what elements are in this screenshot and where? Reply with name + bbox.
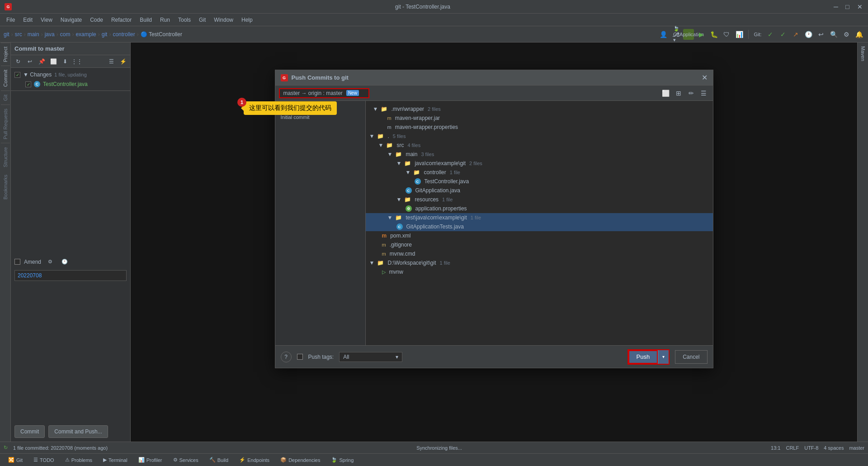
status-branch[interactable]: master [849,445,864,451]
commit-message-input[interactable] [14,270,127,281]
changes-header[interactable]: ✓ ▼ Changes 1 file, updating [11,70,130,80]
commit-download-icon[interactable]: ⬇ [60,56,71,67]
commit-filter-icon[interactable]: ☰ [106,56,117,67]
tree-item-gitignore[interactable]: m .gitignore [366,240,713,249]
breadcrumb-com[interactable]: com [60,31,71,38]
changes-checkbox[interactable]: ✓ [14,72,20,78]
commit-and-push-button[interactable]: Commit and Push... [48,425,108,438]
toolbar-update-icon[interactable]: ✓ [765,29,776,40]
menu-help[interactable]: Help [238,16,256,24]
breadcrumb-git[interactable]: git [4,31,9,38]
push-button[interactable]: Push [628,350,658,364]
status-line-col[interactable]: 13:1 [771,445,780,451]
amend-checkbox[interactable] [14,259,20,265]
dialog-grid-icon[interactable]: ⊞ [673,88,684,99]
commit-pin-icon[interactable]: 📌 [36,56,47,67]
commit-settings-icon[interactable]: ⚡ [118,56,128,67]
tree-item-javapkg[interactable]: ▼ 📁 java\com\example\git 2 files [366,159,713,168]
dialog-close-button[interactable]: ✕ [702,73,708,82]
menu-run[interactable]: Run [156,16,174,24]
dialog-list-icon[interactable]: ☰ [698,88,709,99]
menu-window[interactable]: Window [210,16,237,24]
tree-item-workspace[interactable]: ▼ 📁 D:\Workspace\git\git 1 file [366,258,713,267]
file-checkbox[interactable]: ✓ [25,81,31,87]
toolbar-search-icon[interactable]: 🔍 [828,29,839,40]
commit-expand-icon[interactable]: ⬜ [48,56,59,67]
sidebar-item-commit[interactable]: Commit [1,66,10,90]
tab-todo[interactable]: ☰ TODO [29,455,59,466]
tree-item-gitapptests[interactable]: C GitApplicationTests.java [366,222,713,231]
tab-problems[interactable]: ⚠ Problems [61,455,97,466]
tree-item-gitapp[interactable]: C GitApplication.java [366,186,713,195]
toolbar-settings-icon[interactable]: ⚙ [841,29,852,40]
status-crlf[interactable]: CRLF [786,445,799,451]
amend-settings-icon[interactable]: ⚙ [45,257,56,267]
tree-item-mvnwcmd[interactable]: m mvnw.cmd [366,249,713,258]
menu-refactor[interactable]: Refactor [108,16,135,24]
maven-panel[interactable]: Maven [857,43,868,442]
toolbar-run-config[interactable]: 🍃 GitApplication ▾ [683,29,694,40]
breadcrumb-main[interactable]: main [28,31,39,38]
tree-item-appprops[interactable]: ⚙ application.properties [366,204,713,213]
tree-item-testcontroller[interactable]: C TestController.java [366,177,713,186]
cancel-button[interactable]: Cancel [675,350,707,364]
push-tags-checkbox[interactable] [297,354,303,360]
tab-endpoints[interactable]: ⚡ Endpoints [235,455,274,466]
menu-tools[interactable]: Tools [175,16,194,24]
tree-item-mvnw[interactable]: ▷ mvnw [366,267,713,276]
menu-build[interactable]: Build [136,16,156,24]
tab-services[interactable]: ⚙ Services [169,455,203,466]
sidebar-item-project[interactable]: Project [1,43,10,66]
breadcrumb-java[interactable]: java [45,31,55,38]
toolbar-debug-icon[interactable]: 🐛 [708,29,719,40]
toolbar-notifications-icon[interactable]: 🔔 [854,29,864,40]
menu-code[interactable]: Code [86,16,107,24]
tab-build[interactable]: 🔨 Build [205,455,233,466]
toolbar-coverage-icon[interactable]: 🛡 [721,29,732,40]
push-tags-select[interactable]: All ▾ [339,352,402,362]
tree-item-resources[interactable]: ▼ 📁 resources 1 file [366,195,713,204]
tab-dependencies[interactable]: 📦 Dependencies [276,455,325,466]
dialog-expand-icon[interactable]: ⬜ [660,88,671,99]
minimize-button[interactable]: ─ [834,4,840,10]
breadcrumb-controller[interactable]: controller [113,31,135,38]
breadcrumb-src[interactable]: src [15,31,22,38]
tree-item-root[interactable]: ▼ 📁 . 5 files [366,132,713,141]
breadcrumb-git2[interactable]: git [102,31,108,38]
dialog-edit-icon[interactable]: ✏ [686,88,697,99]
tree-item-mvnwrapper[interactable]: ▼ 📁 .mvn\wrapper 2 files [366,105,713,114]
branch-selector[interactable]: master → origin : master New [279,88,369,98]
close-button[interactable]: ✕ [857,4,863,10]
tree-item-mavenprops[interactable]: m maven-wrapper.properties [366,123,713,132]
maximize-button[interactable]: □ [845,4,852,10]
toolbar-rollback-icon[interactable]: ↩ [816,29,826,40]
toolbar-push-icon[interactable]: ✓ [778,29,788,40]
menu-navigate[interactable]: Navigate [57,16,85,24]
commit-refresh-icon[interactable]: ↻ [13,56,24,67]
file-item-testcontroller[interactable]: ✓ C TestController.java [11,80,130,89]
tab-terminal[interactable]: ▶ Terminal [99,455,132,466]
menu-view[interactable]: View [37,16,56,24]
menu-edit[interactable]: Edit [19,16,36,24]
tree-item-controller[interactable]: ▼ 📁 controller 1 file [366,168,713,177]
sidebar-item-bookmarks[interactable]: Bookmarks [1,171,10,203]
tab-profiler[interactable]: 📊 Profiler [134,455,167,466]
tree-item-testpkg[interactable]: ▼ 📁 test\java\com\example\git 1 file [366,213,713,222]
tree-item-main[interactable]: ▼ 📁 main 3 files [366,150,713,159]
tab-git[interactable]: 🔀 Git [4,455,27,466]
sidebar-item-git[interactable]: Git [1,90,10,105]
menu-file[interactable]: File [3,16,19,24]
menu-git[interactable]: Git [195,16,209,24]
status-encoding[interactable]: UTF-8 [804,445,818,451]
toolbar-account-icon[interactable]: 👤 [658,29,669,40]
amend-clock-icon[interactable]: 🕐 [59,257,70,267]
toolbar-arrow-icon[interactable]: ↗ [790,29,801,40]
tree-item-src[interactable]: ▼ 📁 src 4 files [366,141,713,150]
sidebar-item-structure[interactable]: Structure [1,143,10,171]
commit-options-icon[interactable]: ⋮⋮ [71,56,82,67]
help-button[interactable]: ? [281,352,292,362]
commit-undo-icon[interactable]: ↩ [24,56,35,67]
push-dropdown-arrow[interactable]: ▾ [658,350,669,364]
status-indent[interactable]: 4 spaces [824,445,844,451]
sidebar-item-pullreq[interactable]: Pull Requests [1,105,10,143]
